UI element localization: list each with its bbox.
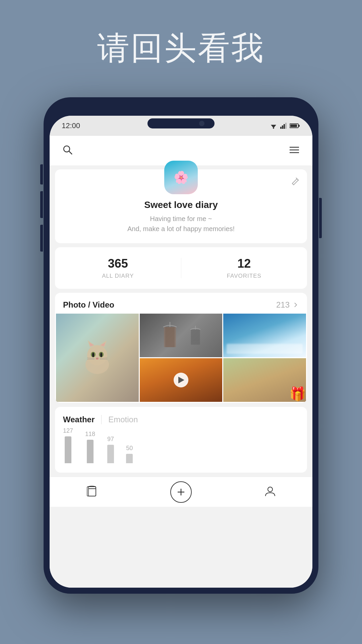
section-header: Photo / Video 213 (55, 293, 307, 314)
bar-fill-1 (65, 436, 71, 463)
sunset-video[interactable] (140, 358, 223, 402)
svg-point-26 (96, 358, 99, 360)
svg-point-10 (64, 146, 70, 152)
signal-icon (280, 123, 287, 129)
avatar[interactable]: 🌸 (164, 161, 198, 194)
bar-fill-3 (107, 445, 114, 463)
menu-button[interactable] (288, 144, 300, 157)
diary-label: ALL DIARY (55, 273, 181, 279)
camera-button[interactable] (40, 225, 43, 252)
wifi-icon (269, 123, 278, 129)
front-camera (199, 121, 204, 126)
svg-line-11 (69, 151, 72, 154)
bar-fill-4 (126, 454, 133, 463)
svg-rect-8 (298, 125, 300, 127)
book-icon (86, 485, 98, 499)
phone-screen: 12:00 (50, 116, 312, 588)
stats-card: 365 ALL DIARY 12 FAVORITES (55, 247, 307, 289)
nav-add[interactable] (170, 481, 192, 503)
section-title: Photo / Video (63, 300, 114, 310)
status-icons (269, 123, 300, 129)
svg-rect-6 (285, 123, 287, 129)
svg-point-41 (268, 487, 273, 492)
profile-icon (264, 485, 276, 499)
weather-tab[interactable]: Weather (63, 415, 95, 424)
avatar-image: 🌸 (164, 161, 198, 194)
emotion-tab[interactable]: Emotion (101, 415, 138, 424)
snow-photo[interactable] (223, 314, 306, 357)
svg-rect-36 (88, 487, 96, 496)
volume-down-button[interactable] (40, 191, 43, 218)
bar-label-1: 127 (63, 427, 73, 434)
weather-tabs: Weather Emotion (63, 415, 299, 424)
svg-rect-9 (290, 124, 297, 127)
play-button[interactable] (174, 373, 188, 387)
svg-rect-5 (284, 124, 285, 129)
search-button[interactable] (62, 144, 74, 157)
bar-chart: 127 118 97 50 (63, 431, 299, 465)
photo-grid: 🎁 (55, 314, 307, 403)
profile-card: 🌸 Sweet love diary Having time for me ~ … (55, 169, 307, 243)
bar-item-1: 127 (63, 427, 73, 463)
cat-photo[interactable] (56, 314, 139, 402)
svg-point-17 (87, 345, 107, 365)
clothes-photo[interactable] (140, 314, 223, 357)
nav-profile[interactable] (264, 485, 276, 499)
bar-fill-2 (87, 440, 94, 463)
power-button[interactable] (319, 198, 322, 238)
app-content: 🌸 Sweet love diary Having time for me ~ … (50, 136, 312, 588)
bar-item-3: 97 (107, 436, 114, 463)
chevron-right-icon (292, 302, 299, 308)
svg-rect-4 (282, 125, 283, 129)
bar-label-3: 97 (107, 436, 114, 443)
photo-video-section: Photo / Video 213 (55, 293, 307, 403)
svg-rect-35 (191, 330, 200, 345)
section-count: 213 (276, 300, 290, 310)
favorites-label: FAVORITES (181, 273, 307, 279)
gift-photo[interactable]: 🎁 (223, 358, 306, 402)
battery-icon (290, 123, 300, 128)
svg-point-25 (100, 353, 102, 357)
bar-item-2: 118 (85, 431, 95, 463)
bar-item-4: 50 (126, 445, 133, 463)
bar-label-2: 118 (85, 431, 95, 438)
section-count-row[interactable]: 213 (276, 300, 299, 310)
phone-frame: 12:00 (44, 97, 318, 594)
edit-button[interactable] (291, 176, 300, 187)
diary-count: 365 (55, 257, 181, 271)
status-time: 12:00 (62, 121, 80, 130)
svg-point-24 (92, 353, 94, 357)
bar-label-4: 50 (126, 445, 133, 452)
weather-section: Weather Emotion 127 118 97 (55, 407, 307, 473)
volume-up-button[interactable] (40, 164, 43, 184)
profile-name: Sweet love diary (144, 200, 218, 210)
favorites-stat[interactable]: 12 FAVORITES (181, 247, 307, 289)
svg-rect-3 (280, 127, 282, 129)
status-bar: 12:00 (50, 116, 312, 136)
favorites-count: 12 (181, 257, 307, 271)
bottom-nav (50, 477, 312, 507)
background-title: 请回头看我 (0, 27, 362, 70)
svg-point-2 (273, 127, 274, 129)
svg-rect-38 (87, 487, 88, 496)
all-diary-stat[interactable]: 365 ALL DIARY (55, 247, 181, 289)
profile-bio: Having time for me ~ And, make a lot of … (127, 214, 235, 234)
add-button[interactable] (170, 481, 192, 503)
notch (147, 118, 215, 128)
svg-rect-33 (165, 327, 175, 347)
nav-diary[interactable] (86, 485, 98, 499)
